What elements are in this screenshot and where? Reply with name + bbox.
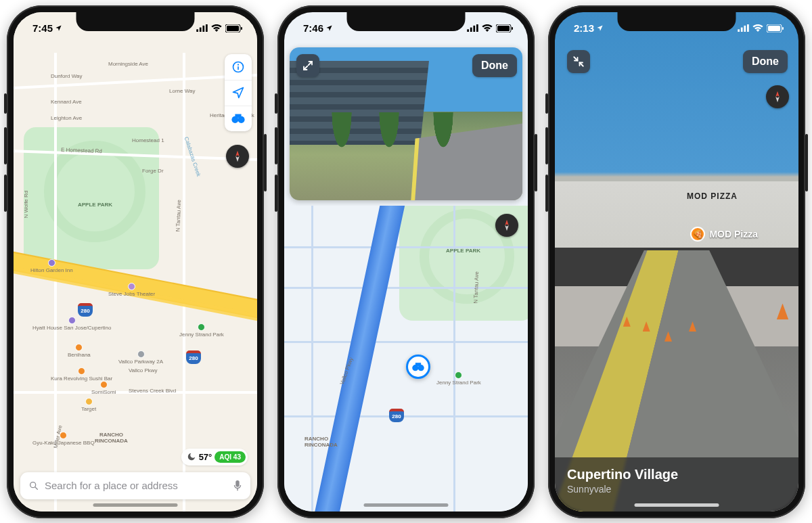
phone-side-button [4,127,7,164]
done-button[interactable]: Done [743,50,788,73]
done-button[interactable]: Done [472,54,517,77]
poi-jenny[interactable]: Jenny Strand Park [436,371,481,386]
poi-gyu[interactable]: Gyu-Kaku Japanese BBQ [32,432,95,446]
poi-target[interactable]: Target [81,398,96,412]
store-sign-text: MOD PIZZA [687,191,738,201]
wifi-icon [482,24,493,32]
poi-label: Hilton Garden Inn [30,267,73,273]
microphone-icon[interactable] [233,480,242,492]
compass-button[interactable] [766,85,789,108]
expand-button[interactable] [296,54,319,77]
search-placeholder: Search for a place or address [45,480,227,491]
cellular-icon [467,24,478,32]
notch [76,12,195,31]
poi-benihana[interactable]: Benihana [68,344,91,358]
poi-vallco-park[interactable]: Vallco Parkway 2A [118,350,163,365]
tree-graphic [432,112,455,153]
map-canvas[interactable]: 280 APPLE PARK Jenny Strand Park RANCHO … [284,206,528,511]
svg-rect-36 [768,26,780,31]
binoculars-icon [231,112,246,124]
svg-rect-9 [238,66,239,70]
poi-hyatt[interactable]: Hyatt House San Jose/Cupertino [32,317,112,331]
map-label-homestead1: Homestead 1 [132,137,164,143]
phone-side-button [545,93,548,114]
map-label-tantau: N Tantau Ave [473,271,480,304]
cellular-icon [196,24,208,32]
tree-graphic [330,112,353,153]
notch [618,12,736,31]
svg-rect-20 [470,28,472,32]
poi-somisomi[interactable]: SomiSomi [91,381,116,395]
phone-lookaround-full: 2:13 MOD PIZZA 🍕 MOD Pizza [548,5,805,518]
highway-lookaround [309,206,412,511]
svg-rect-31 [738,29,740,32]
clock-text: 7:46 [303,22,323,34]
poi-label: Benihana [68,352,91,358]
svg-rect-34 [747,24,749,32]
aqi-badge: AQI 43 [215,451,246,463]
poi-kura[interactable]: Kura Revolving Sushi Bar [51,367,112,382]
binoculars-icon [411,361,425,372]
map-controls [225,54,252,131]
poi-hilton[interactable]: Hilton Garden Inn [30,259,73,273]
locate-button[interactable] [225,80,252,106]
map-label-vallco: Vallco Pkwy [129,367,158,373]
svg-rect-2 [202,26,204,32]
weather-pill[interactable]: 57° AQI 43 [181,449,248,465]
wifi-icon [752,24,763,32]
svg-marker-39 [775,97,780,102]
cellular-icon [738,24,749,32]
restaurant-icon: 🍕 [690,227,705,242]
moon-icon [187,452,196,461]
location-arrow-icon [231,86,245,99]
svg-rect-0 [196,29,198,32]
highway-shield: 280 [186,350,201,364]
svg-rect-33 [744,26,746,32]
info-button[interactable] [225,54,252,80]
phone-maps: 7:45 280 280 APPLE PARK RANCHO RINCONADA [7,5,264,518]
phone-side-button [275,93,277,114]
street [284,415,528,417]
street [311,206,313,511]
svg-rect-37 [782,27,784,30]
lookaround-viewport[interactable]: MOD PIZZA 🍕 MOD Pizza [555,12,798,511]
screen: 7:46 Done [284,12,528,511]
map-canvas[interactable]: 280 280 APPLE PARK RANCHO RINCONADA E Ho… [14,12,257,511]
svg-rect-22 [476,24,478,32]
poi-label: SomiSomi [91,389,116,395]
poi-label: Jenny Strand Park [436,380,481,386]
compass-icon [230,149,245,164]
compass-icon [499,218,514,233]
poi-label: Hyatt House San Jose/Cupertino [32,325,112,331]
tree-graphic [378,112,401,153]
clock-text: 7:45 [32,22,53,34]
battery-icon [496,24,513,32]
home-indicator[interactable] [93,503,178,507]
compass-button[interactable] [495,214,518,237]
map-label-homestead: E Homestead Rd [61,146,102,154]
screen: 7:45 280 280 APPLE PARK RANCHO RINCONADA [14,12,257,511]
poi-sjt[interactable]: Steve Jobs Theater [108,283,155,297]
lookaround-button[interactable] [225,106,252,131]
compass-button[interactable] [226,145,249,168]
lookaround-marker[interactable] [406,355,430,379]
poi-callout[interactable]: 🍕 MOD Pizza [690,227,758,242]
svg-rect-21 [473,26,475,32]
home-indicator[interactable] [635,503,719,507]
phone-side-button [535,134,537,191]
poi-label: MOD Pizza [709,229,758,240]
status-time: 7:46 [303,22,333,34]
svg-rect-24 [497,26,510,31]
location-title: Cupertino Village [567,467,786,482]
search-bar[interactable]: Search for a place or address [20,472,250,499]
poi-label: Target [81,406,96,412]
svg-marker-14 [235,156,240,162]
poi-jenny[interactable]: Jenny Strand Park [179,323,224,338]
svg-rect-28 [415,363,421,366]
home-indicator[interactable] [364,503,449,507]
svg-rect-1 [200,28,202,32]
compass-icon [770,89,785,104]
svg-line-16 [35,487,37,489]
collapse-button[interactable] [567,50,590,73]
poi-label: Jenny Strand Park [179,332,224,338]
